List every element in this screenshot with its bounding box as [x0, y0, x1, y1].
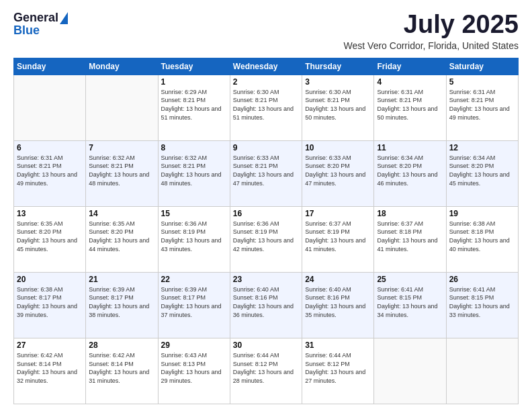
table-cell: 14Sunrise: 6:35 AMSunset: 8:20 PMDayligh… [86, 206, 158, 272]
day-number: 19 [449, 209, 515, 218]
day-info: Sunrise: 6:30 AMSunset: 8:21 PMDaylight:… [305, 88, 371, 122]
day-number: 20 [17, 275, 83, 284]
day-number: 18 [377, 209, 443, 218]
table-cell: 4Sunrise: 6:31 AMSunset: 8:21 PMDaylight… [374, 75, 446, 140]
day-info: Sunrise: 6:36 AMSunset: 8:19 PMDaylight:… [161, 220, 227, 253]
table-cell: 5Sunrise: 6:31 AMSunset: 8:21 PMDaylight… [446, 75, 518, 140]
table-cell: 16Sunrise: 6:36 AMSunset: 8:19 PMDayligh… [230, 206, 302, 272]
day-info: Sunrise: 6:29 AMSunset: 8:21 PMDaylight:… [161, 88, 227, 122]
col-friday: Friday [374, 58, 446, 75]
table-cell: 17Sunrise: 6:37 AMSunset: 8:19 PMDayligh… [302, 206, 374, 272]
day-info: Sunrise: 6:41 AMSunset: 8:15 PMDaylight:… [449, 285, 515, 319]
table-cell: 10Sunrise: 6:33 AMSunset: 8:20 PMDayligh… [302, 140, 374, 206]
day-info: Sunrise: 6:36 AMSunset: 8:19 PMDaylight:… [233, 220, 299, 253]
col-monday: Monday [86, 58, 158, 75]
day-number: 15 [161, 209, 227, 218]
day-info: Sunrise: 6:38 AMSunset: 8:17 PMDaylight:… [17, 285, 83, 319]
day-info: Sunrise: 6:37 AMSunset: 8:19 PMDaylight:… [305, 220, 371, 253]
table-cell: 20Sunrise: 6:38 AMSunset: 8:17 PMDayligh… [14, 272, 86, 338]
day-info: Sunrise: 6:35 AMSunset: 8:20 PMDaylight:… [89, 220, 154, 253]
day-info: Sunrise: 6:42 AMSunset: 8:14 PMDaylight:… [89, 351, 154, 385]
table-cell: 13Sunrise: 6:35 AMSunset: 8:20 PMDayligh… [14, 206, 86, 272]
day-info: Sunrise: 6:40 AMSunset: 8:16 PMDaylight:… [233, 285, 299, 319]
title-area: July 2025 West Vero Corridor, Florida, U… [344, 11, 519, 51]
day-info: Sunrise: 6:33 AMSunset: 8:20 PMDaylight:… [305, 154, 371, 187]
day-number: 11 [377, 143, 443, 152]
table-cell: 9Sunrise: 6:33 AMSunset: 8:21 PMDaylight… [230, 140, 302, 206]
calendar-table: Sunday Monday Tuesday Wednesday Thursday… [13, 58, 519, 404]
table-cell: 23Sunrise: 6:40 AMSunset: 8:16 PMDayligh… [230, 272, 302, 338]
day-info: Sunrise: 6:31 AMSunset: 8:21 PMDaylight:… [377, 88, 443, 122]
col-wednesday: Wednesday [230, 58, 302, 75]
table-cell [86, 75, 158, 140]
logo-line2: Blue [13, 24, 40, 38]
day-number: 17 [305, 209, 371, 218]
day-info: Sunrise: 6:34 AMSunset: 8:20 PMDaylight:… [377, 154, 443, 187]
table-cell [446, 338, 518, 404]
day-number: 30 [233, 340, 299, 350]
table-cell: 28Sunrise: 6:42 AMSunset: 8:14 PMDayligh… [86, 338, 158, 404]
day-number: 25 [377, 275, 443, 284]
table-cell: 22Sunrise: 6:39 AMSunset: 8:17 PMDayligh… [158, 272, 230, 338]
day-number: 4 [377, 77, 443, 87]
logo-line1: General [13, 11, 68, 25]
day-info: Sunrise: 6:32 AMSunset: 8:21 PMDaylight:… [161, 154, 227, 187]
day-number: 21 [89, 275, 154, 284]
day-number: 23 [233, 275, 299, 284]
day-info: Sunrise: 6:43 AMSunset: 8:13 PMDaylight:… [161, 351, 227, 385]
day-info: Sunrise: 6:35 AMSunset: 8:20 PMDaylight:… [17, 220, 83, 253]
day-number: 8 [161, 143, 227, 152]
day-number: 6 [17, 143, 83, 152]
table-cell: 30Sunrise: 6:44 AMSunset: 8:12 PMDayligh… [230, 338, 302, 404]
day-info: Sunrise: 6:32 AMSunset: 8:21 PMDaylight:… [89, 154, 154, 187]
calendar-week-row: 6Sunrise: 6:31 AMSunset: 8:21 PMDaylight… [14, 140, 519, 206]
table-cell: 19Sunrise: 6:38 AMSunset: 8:18 PMDayligh… [446, 206, 518, 272]
day-number: 16 [233, 209, 299, 218]
table-cell: 7Sunrise: 6:32 AMSunset: 8:21 PMDaylight… [86, 140, 158, 206]
day-number: 22 [161, 275, 227, 284]
col-tuesday: Tuesday [158, 58, 230, 75]
day-info: Sunrise: 6:34 AMSunset: 8:20 PMDaylight:… [449, 154, 515, 187]
day-info: Sunrise: 6:31 AMSunset: 8:21 PMDaylight:… [17, 154, 83, 187]
day-number: 3 [305, 77, 371, 87]
table-cell: 3Sunrise: 6:30 AMSunset: 8:21 PMDaylight… [302, 75, 374, 140]
table-cell: 25Sunrise: 6:41 AMSunset: 8:15 PMDayligh… [374, 272, 446, 338]
col-thursday: Thursday [302, 58, 374, 75]
calendar-week-row: 1Sunrise: 6:29 AMSunset: 8:21 PMDaylight… [14, 75, 519, 140]
day-info: Sunrise: 6:33 AMSunset: 8:21 PMDaylight:… [233, 154, 299, 187]
day-number: 14 [89, 209, 154, 218]
table-cell: 15Sunrise: 6:36 AMSunset: 8:19 PMDayligh… [158, 206, 230, 272]
table-cell: 24Sunrise: 6:40 AMSunset: 8:16 PMDayligh… [302, 272, 374, 338]
day-number: 31 [305, 340, 371, 350]
day-info: Sunrise: 6:42 AMSunset: 8:14 PMDaylight:… [17, 351, 83, 385]
location-subtitle: West Vero Corridor, Florida, United Stat… [344, 40, 519, 51]
day-number: 5 [449, 77, 515, 87]
logo-general: General [13, 11, 58, 25]
calendar-week-row: 27Sunrise: 6:42 AMSunset: 8:14 PMDayligh… [14, 338, 519, 404]
col-sunday: Sunday [14, 58, 86, 75]
day-info: Sunrise: 6:39 AMSunset: 8:17 PMDaylight:… [89, 285, 154, 319]
logo: General Blue [13, 11, 68, 38]
day-info: Sunrise: 6:30 AMSunset: 8:21 PMDaylight:… [233, 88, 299, 122]
table-cell [374, 338, 446, 404]
table-cell: 11Sunrise: 6:34 AMSunset: 8:20 PMDayligh… [374, 140, 446, 206]
table-cell: 2Sunrise: 6:30 AMSunset: 8:21 PMDaylight… [230, 75, 302, 140]
day-number: 2 [233, 77, 299, 87]
month-title: July 2025 [344, 11, 519, 39]
table-cell: 1Sunrise: 6:29 AMSunset: 8:21 PMDaylight… [158, 75, 230, 140]
day-info: Sunrise: 6:40 AMSunset: 8:16 PMDaylight:… [305, 285, 371, 319]
day-number: 10 [305, 143, 371, 152]
table-cell: 18Sunrise: 6:37 AMSunset: 8:18 PMDayligh… [374, 206, 446, 272]
day-info: Sunrise: 6:44 AMSunset: 8:12 PMDaylight:… [305, 351, 371, 385]
table-cell: 6Sunrise: 6:31 AMSunset: 8:21 PMDaylight… [14, 140, 86, 206]
day-info: Sunrise: 6:31 AMSunset: 8:21 PMDaylight:… [449, 88, 515, 122]
table-cell: 21Sunrise: 6:39 AMSunset: 8:17 PMDayligh… [86, 272, 158, 338]
day-info: Sunrise: 6:41 AMSunset: 8:15 PMDaylight:… [377, 285, 443, 319]
table-cell: 31Sunrise: 6:44 AMSunset: 8:12 PMDayligh… [302, 338, 374, 404]
day-info: Sunrise: 6:44 AMSunset: 8:12 PMDaylight:… [233, 351, 299, 385]
table-cell: 29Sunrise: 6:43 AMSunset: 8:13 PMDayligh… [158, 338, 230, 404]
day-number: 9 [233, 143, 299, 152]
day-number: 13 [17, 209, 83, 218]
day-number: 26 [449, 275, 515, 284]
calendar-week-row: 13Sunrise: 6:35 AMSunset: 8:20 PMDayligh… [14, 206, 519, 272]
